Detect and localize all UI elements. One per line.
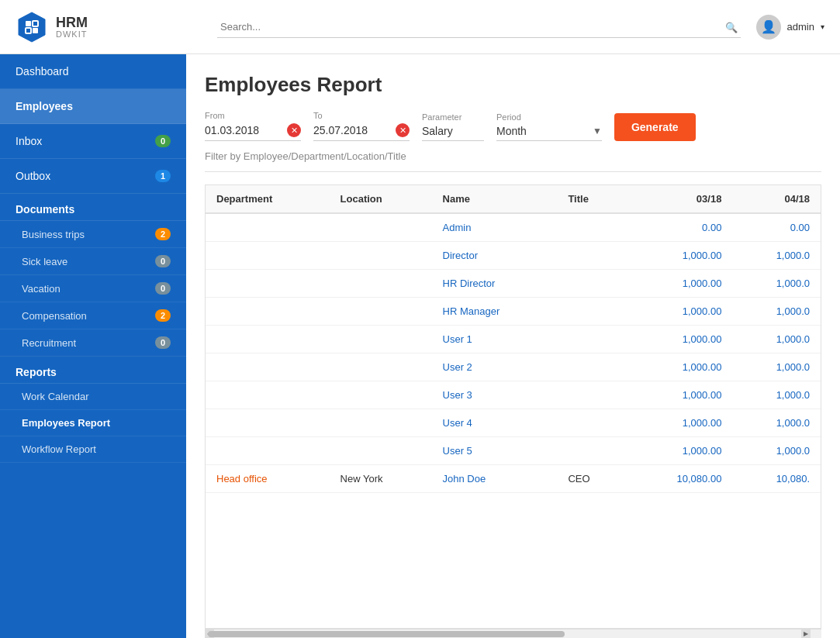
sidebar-item-compensation[interactable]: Compensation 2 [0, 302, 186, 329]
cell-col6: 1,000.0 [732, 381, 821, 409]
user-menu[interactable]: 👤 admin ▾ [756, 15, 824, 40]
generate-button[interactable]: Generate [614, 113, 696, 141]
cell-title [557, 213, 626, 242]
col-0418: 04/18 [732, 185, 821, 213]
from-label: From [205, 111, 301, 120]
sidebar-item-employees[interactable]: Employees [0, 89, 186, 124]
search-input[interactable] [217, 16, 741, 38]
logo-icon [16, 11, 48, 43]
recruitment-label: Recruitment [22, 337, 76, 349]
cell-name: User 4 [432, 409, 558, 437]
table-wrap[interactable]: Department Location Name Title 03/18 04/… [205, 185, 821, 629]
sidebar-item-sick-leave[interactable]: Sick leave 0 [0, 248, 186, 275]
cell-title [557, 437, 626, 465]
cell-name: Director [432, 242, 558, 270]
from-field: From ✕ [205, 111, 301, 141]
scroll-thumb[interactable] [208, 631, 565, 637]
cell-department [206, 353, 330, 381]
cell-location [330, 409, 432, 437]
sidebar-documents-header: Documents [0, 194, 186, 221]
main-content: Employees Report From ✕ To ✕ Parameter S… [186, 54, 840, 638]
period-label: Period [496, 112, 602, 122]
cell-name: User 5 [432, 437, 558, 465]
cell-location [330, 213, 432, 242]
cell-title [557, 242, 626, 270]
sidebar-item-dashboard[interactable]: Dashboard [0, 54, 186, 89]
table-row: Head office New York John Doe CEO 10,080… [206, 465, 821, 493]
cell-title [557, 326, 626, 353]
to-input-wrap: ✕ [313, 123, 410, 141]
cell-col5: 1,000.00 [627, 270, 733, 298]
sidebar-item-business-trips[interactable]: Business trips 2 [0, 221, 186, 248]
sick-leave-label: Sick leave [22, 256, 67, 267]
to-clear-button[interactable]: ✕ [396, 123, 410, 137]
scroll-right-arrow[interactable]: ▶ [801, 629, 811, 639]
workflow-report-label: Workflow Report [22, 443, 96, 455]
cell-col5: 10,080.00 [627, 465, 733, 493]
table-row: Admin 0.00 0.00 [206, 213, 821, 242]
cell-title [557, 270, 626, 298]
cell-col5: 1,000.00 [627, 437, 733, 465]
sidebar-outbox-label: Outbox [16, 170, 50, 182]
logo-dwkit: DWKIT [56, 29, 88, 39]
cell-col5: 1,000.00 [627, 381, 733, 409]
sidebar-item-employees-report[interactable]: Employees Report [0, 410, 186, 436]
from-input[interactable] [205, 124, 282, 136]
cell-name: User 2 [432, 353, 558, 381]
filter-row: From ✕ To ✕ Parameter Salary Period [205, 111, 821, 141]
sidebar: Dashboard Employees Inbox 0 Outbox 1 Doc… [0, 54, 186, 638]
compensation-label: Compensation [22, 310, 87, 322]
table-row: Director 1,000.00 1,000.0 [206, 242, 821, 270]
cell-department [206, 298, 330, 326]
cell-col5: 1,000.00 [627, 409, 733, 437]
cell-col5: 0.00 [627, 213, 733, 242]
cell-location [330, 437, 432, 465]
logo-text: HRM DWKIT [56, 16, 88, 39]
sidebar-item-outbox[interactable]: Outbox 1 [0, 159, 186, 194]
from-clear-button[interactable]: ✕ [287, 123, 301, 137]
cell-col5: 1,000.00 [627, 326, 733, 353]
period-select-wrap: Month Week Quarter Year ▼ [496, 125, 602, 141]
cell-department [206, 242, 330, 270]
cell-title [557, 353, 626, 381]
main-layout: Dashboard Employees Inbox 0 Outbox 1 Doc… [0, 54, 840, 638]
cell-location: New York [330, 465, 432, 493]
parameter-value: Salary [422, 125, 484, 141]
search-bar[interactable]: 🔍 [217, 16, 741, 38]
cell-col5: 1,000.00 [627, 298, 733, 326]
cell-department [206, 381, 330, 409]
sidebar-item-workflow-report[interactable]: Workflow Report [0, 436, 186, 463]
period-select[interactable]: Month Week Quarter Year [496, 125, 589, 137]
cell-department [206, 270, 330, 298]
page-title: Employees Report [205, 73, 821, 97]
col-department: Department [206, 185, 330, 213]
cell-location [330, 326, 432, 353]
sidebar-item-work-calendar[interactable]: Work Calendar [0, 384, 186, 410]
cell-col6: 1,000.0 [732, 298, 821, 326]
col-location: Location [330, 185, 432, 213]
recruitment-badge: 0 [155, 336, 171, 349]
compensation-badge: 2 [155, 309, 171, 322]
table-header-row: Department Location Name Title 03/18 04/… [206, 185, 821, 213]
parameter-field: Parameter Salary [422, 112, 484, 141]
sidebar-inbox-label: Inbox [16, 135, 42, 147]
sidebar-item-inbox[interactable]: Inbox 0 [0, 124, 186, 159]
filter-text: Filter by Employee/Department/Location/T… [205, 150, 821, 172]
top-header: HRM DWKIT 🔍 👤 admin ▾ [0, 0, 840, 54]
vacation-badge: 0 [155, 282, 171, 295]
table-row: User 2 1,000.00 1,000.0 [206, 353, 821, 381]
svg-marker-0 [19, 12, 45, 42]
cell-title: CEO [557, 465, 626, 493]
to-input[interactable] [313, 124, 391, 136]
cell-department [206, 409, 330, 437]
sidebar-item-recruitment[interactable]: Recruitment 0 [0, 329, 186, 357]
cell-department [206, 326, 330, 353]
cell-name: HR Manager [432, 298, 558, 326]
employees-report-table: Department Location Name Title 03/18 04/… [206, 185, 821, 493]
sidebar-employees-label: Employees [16, 100, 73, 112]
inbox-badge: 0 [155, 135, 171, 147]
cell-col5: 1,000.00 [627, 242, 733, 270]
horizontal-scrollbar[interactable]: ◀ ▶ [205, 629, 821, 638]
sidebar-item-vacation[interactable]: Vacation 0 [0, 275, 186, 302]
employees-report-label: Employees Report [22, 417, 110, 429]
